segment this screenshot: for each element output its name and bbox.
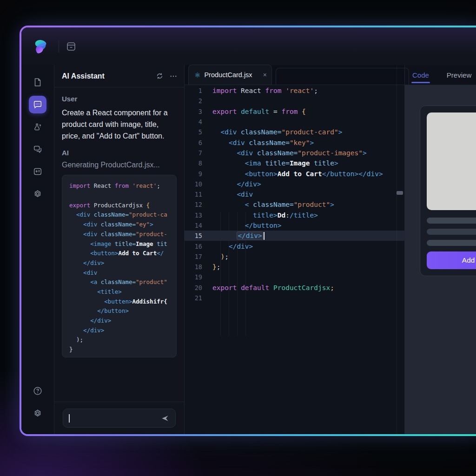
line-number: 12 bbox=[185, 201, 206, 208]
code-line[interactable]: 10 </div> bbox=[185, 179, 404, 189]
line-number: 17 bbox=[185, 253, 206, 260]
sidebar-item-experiments[interactable] bbox=[29, 118, 46, 136]
tab-close-icon[interactable]: × bbox=[263, 71, 267, 79]
code-line: import React from 'react'; bbox=[69, 181, 169, 191]
code-line[interactable]: 6 <div className="key"> bbox=[185, 137, 404, 147]
editor-tabbar: ⚛ ProductCard.jsx × bbox=[185, 65, 404, 85]
file-icon bbox=[33, 77, 43, 87]
empty-tab-slot bbox=[276, 68, 409, 85]
code-line[interactable]: 11 <div bbox=[185, 189, 404, 199]
code-line: <button>Add to Cart</ bbox=[69, 249, 169, 258]
line-number: 16 bbox=[185, 243, 206, 250]
line-number: 5 bbox=[185, 128, 206, 136]
code-line[interactable]: 3export default = from { bbox=[185, 106, 404, 117]
editor-panel: ⚛ ProductCard.jsx × 1import React from '… bbox=[185, 65, 405, 434]
sidebar-item-settings[interactable] bbox=[29, 185, 46, 203]
code-line[interactable]: 16 </div> bbox=[185, 241, 404, 251]
topbar bbox=[21, 27, 476, 65]
tab-preview[interactable]: Preview bbox=[447, 65, 471, 85]
code-line[interactable]: 13 title>Dd:/title> bbox=[185, 210, 404, 220]
line-number: 15 bbox=[185, 232, 206, 239]
tab-code[interactable]: Code bbox=[412, 65, 429, 85]
text-cursor bbox=[264, 232, 264, 240]
refresh-icon[interactable] bbox=[156, 72, 164, 80]
assistant-input-area bbox=[54, 402, 184, 434]
code-line: <title> bbox=[69, 287, 169, 297]
tab-productcard-jsx[interactable]: ⚛ ProductCard.jsx × bbox=[188, 65, 272, 85]
code-line: <div className="product- bbox=[69, 230, 169, 239]
line-number: 9 bbox=[185, 170, 206, 178]
sidebar-rail bbox=[21, 65, 54, 434]
code-line[interactable]: 14 </button> bbox=[185, 220, 404, 231]
preview-body: Add to Cart bbox=[405, 85, 476, 434]
main-area: AI Assistant User Cre bbox=[21, 65, 476, 434]
line-number: 6 bbox=[185, 139, 206, 146]
line-number: 3 bbox=[185, 108, 206, 115]
code-line[interactable]: 9 <button>Add to Cart</button></div> bbox=[185, 168, 404, 178]
code-line: <div bbox=[69, 268, 169, 278]
code-line[interactable]: 7 <div className="product-images"> bbox=[185, 148, 404, 158]
code-line[interactable]: 1import React from 'react'; bbox=[185, 86, 404, 96]
code-line[interactable]: 17 ); bbox=[185, 251, 404, 262]
text-caret bbox=[69, 414, 70, 423]
code-line[interactable]: 2 bbox=[185, 96, 404, 106]
line-number: 21 bbox=[185, 294, 206, 302]
line-number: 4 bbox=[185, 118, 206, 126]
code-line: <butten>Addishifr{ bbox=[69, 297, 169, 307]
skeleton-line bbox=[427, 240, 476, 246]
app-window-frame: AI Assistant User Cre bbox=[20, 26, 476, 436]
topbar-divider bbox=[59, 40, 59, 53]
skeleton-line bbox=[427, 229, 476, 235]
react-icon: ⚛ bbox=[194, 72, 200, 79]
assistant-panel: AI Assistant User Cre bbox=[54, 65, 185, 434]
line-number: 10 bbox=[185, 180, 206, 188]
editor-scrollbar-thumb[interactable] bbox=[397, 191, 403, 195]
code-line[interactable]: 4 bbox=[185, 117, 404, 127]
code-line[interactable]: 19 bbox=[185, 272, 404, 282]
code-line[interactable]: 21 bbox=[185, 293, 404, 303]
code-line: </button> bbox=[69, 306, 169, 316]
line-number: 7 bbox=[185, 149, 206, 157]
editor-scrollbar-track bbox=[397, 65, 397, 434]
line-number: 13 bbox=[185, 212, 206, 219]
sidebar-item-conversations[interactable] bbox=[29, 140, 46, 158]
assistant-conversation: User Create a React component for a prod… bbox=[54, 87, 184, 402]
sidebar-item-files[interactable] bbox=[29, 73, 46, 91]
send-icon[interactable] bbox=[160, 414, 170, 423]
code-line: ); bbox=[69, 335, 169, 345]
product-card-preview: Add to Cart bbox=[420, 106, 476, 276]
sidebar-item-terminal[interactable] bbox=[29, 163, 46, 180]
tab-title: ProductCard.jsx bbox=[204, 71, 259, 79]
editor-code-area[interactable]: 1import React from 'react';23export defa… bbox=[185, 85, 404, 434]
line-number: 20 bbox=[185, 284, 206, 291]
generation-status: Generating ProductCard.jsx... bbox=[62, 161, 177, 169]
code-line[interactable]: 20export default ProductCardjsx; bbox=[185, 283, 404, 293]
sidebar-item-preferences[interactable] bbox=[29, 404, 46, 422]
line-number: 11 bbox=[185, 191, 206, 198]
line-number: 14 bbox=[185, 222, 206, 229]
line-number: 18 bbox=[185, 263, 206, 271]
experiment-icon bbox=[33, 122, 43, 132]
user-message: Create a React component for a product c… bbox=[62, 107, 172, 142]
chat-icon bbox=[33, 99, 43, 110]
sidebar-item-chat[interactable] bbox=[29, 96, 46, 113]
code-line[interactable]: 15 </div> bbox=[185, 231, 404, 241]
panel-icon[interactable] bbox=[66, 41, 77, 52]
assistant-code-block: import React from 'react';export Product… bbox=[62, 175, 177, 357]
code-line[interactable]: 8 <ima title=Image title> bbox=[185, 158, 404, 168]
code-line[interactable]: 12 < className="product"> bbox=[185, 199, 404, 210]
sidebar-item-help[interactable] bbox=[29, 382, 46, 400]
more-icon[interactable] bbox=[169, 72, 178, 80]
chat-input[interactable] bbox=[63, 409, 176, 428]
code-line[interactable]: 5 <div className="product-card"> bbox=[185, 127, 404, 137]
help-icon bbox=[33, 386, 43, 396]
code-line[interactable]: 18}; bbox=[185, 262, 404, 272]
code-line: <div className="product-ca bbox=[69, 210, 169, 220]
skeleton-line bbox=[427, 218, 476, 224]
user-role-label: User bbox=[62, 95, 177, 103]
code-line: export ProductCardjsx { bbox=[69, 201, 169, 211]
line-number: 19 bbox=[185, 273, 206, 281]
add-to-cart-button[interactable]: Add to Cart bbox=[427, 251, 476, 269]
code-line bbox=[69, 191, 169, 201]
assistant-header: AI Assistant bbox=[54, 65, 184, 87]
